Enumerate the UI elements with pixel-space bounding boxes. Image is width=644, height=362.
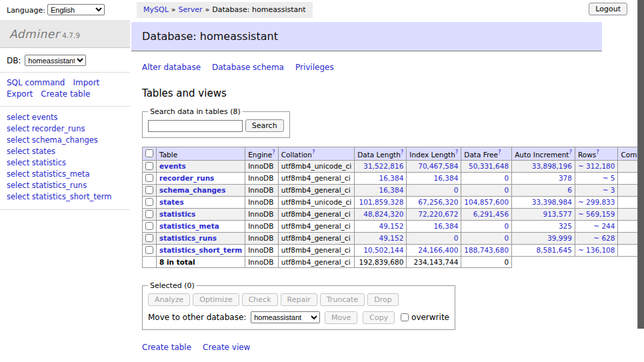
data-free-link[interactable]: 188,743,680 [464, 246, 509, 254]
row-checkbox[interactable] [145, 234, 153, 242]
search-input[interactable] [148, 120, 243, 132]
sidebar-select-table-link[interactable]: select statistics [7, 157, 123, 169]
table-name-link[interactable]: statistics_meta [159, 222, 219, 230]
sidebar-select-table-link[interactable]: select schema_changes [7, 135, 123, 146]
index-length-link[interactable]: 24,166,400 [418, 246, 458, 254]
data-free-link[interactable]: 0 [504, 234, 509, 242]
column-help-link[interactable]: ? [455, 149, 459, 155]
index-length-link[interactable]: 16,384 [434, 222, 459, 230]
move-button[interactable]: Move [325, 311, 358, 324]
auto-increment-link[interactable]: 39,999 [547, 234, 572, 242]
data-length-link[interactable]: 49,152 [379, 222, 404, 230]
table-name-link[interactable]: states [159, 198, 184, 206]
sidebar-select-table-link[interactable]: select events [7, 112, 123, 123]
table-name-link[interactable]: events [159, 162, 186, 170]
data-length-link[interactable]: 16,384 [379, 186, 404, 194]
selected-action-button[interactable]: Drop [367, 293, 398, 306]
sidebar-select-table-link[interactable]: select recorder_runs [7, 123, 123, 135]
database-action-link[interactable]: Alter database [142, 63, 201, 72]
db-select[interactable]: homeassistant [25, 55, 86, 66]
row-checkbox[interactable] [145, 222, 153, 230]
column-help-link[interactable]: ? [272, 149, 275, 155]
sidebar-link[interactable]: Export [7, 89, 33, 100]
data-free-link[interactable]: 0 [504, 186, 509, 194]
rows-link[interactable]: ~ 569,159 [578, 210, 615, 218]
sidebar-link[interactable]: Create table [41, 89, 90, 100]
rows-link[interactable]: ~ 5 [603, 174, 615, 182]
scrollbar-thumb[interactable] [637, 0, 644, 329]
selected-action-button[interactable]: Optimize [193, 293, 239, 306]
select-all-checkbox[interactable] [145, 149, 153, 157]
row-checkbox[interactable] [145, 162, 153, 170]
breadcrumb-server-type-link[interactable]: MySQL [143, 5, 169, 14]
breadcrumb-server-link[interactable]: Server [179, 5, 203, 14]
rows-link[interactable]: ~ 628 [593, 234, 615, 242]
auto-increment-link[interactable]: 6 [567, 186, 572, 194]
database-action-link[interactable]: Privileges [295, 63, 334, 72]
column-help-link[interactable]: ? [312, 149, 315, 155]
data-free-link[interactable]: 104,857,600 [464, 198, 509, 206]
row-checkbox[interactable] [145, 186, 153, 194]
auto-increment-link[interactable]: 8,581,645 [536, 246, 571, 254]
row-checkbox[interactable] [145, 198, 153, 206]
data-length-link[interactable]: 16,384 [379, 174, 404, 182]
column-help-link[interactable]: ? [498, 149, 501, 155]
data-free-link[interactable]: 50,331,648 [469, 162, 509, 170]
database-action-link[interactable]: Database schema [212, 63, 284, 72]
column-help-link[interactable]: ? [569, 149, 572, 155]
index-length-link[interactable]: 0 [454, 234, 459, 242]
table-name-link[interactable]: statistics_runs [159, 234, 217, 242]
table-name-link[interactable]: statistics [159, 210, 195, 218]
data-length-link[interactable]: 49,152 [379, 234, 404, 242]
data-length-link[interactable]: 10,502,144 [363, 246, 403, 254]
selected-action-button[interactable]: Repair [281, 293, 317, 306]
data-length-link[interactable]: 48,824,320 [363, 210, 403, 218]
sidebar-select-table-link[interactable]: select states [7, 146, 123, 157]
selected-action-button[interactable]: Analyze [148, 293, 190, 306]
rows-link[interactable]: ~ 3 [603, 186, 615, 194]
sidebar-link[interactable]: Import [73, 77, 99, 89]
index-length-link[interactable]: 72,220,672 [418, 210, 458, 218]
copy-button[interactable]: Copy [363, 311, 395, 324]
search-button[interactable]: Search [245, 119, 284, 132]
row-checkbox[interactable] [145, 174, 153, 182]
rows-link[interactable]: ~ 136,108 [578, 246, 615, 254]
index-length-link[interactable]: 16,384 [434, 174, 459, 182]
sidebar-select-table-link[interactable]: select statistics_meta [7, 169, 123, 180]
language-select[interactable]: English [47, 4, 105, 15]
overwrite-label[interactable]: overwrite [411, 313, 449, 322]
row-checkbox[interactable] [145, 210, 153, 218]
selected-action-button[interactable]: Truncate [320, 293, 365, 306]
data-length-link[interactable]: 101,859,328 [359, 198, 404, 206]
column-help-link[interactable]: ? [596, 149, 599, 155]
data-length-link[interactable]: 31,522,816 [363, 162, 403, 170]
auto-increment-link[interactable]: 325 [559, 222, 572, 230]
sidebar-select-table-link[interactable]: select statistics_runs [7, 180, 123, 191]
table-name-link[interactable]: recorder_runs [159, 174, 214, 182]
index-length-link[interactable]: 70,467,584 [418, 162, 458, 170]
rows-link[interactable]: ~ 312,180 [578, 162, 615, 170]
data-free-link[interactable]: 6,291,456 [473, 210, 509, 218]
create-link[interactable]: Create view [203, 343, 250, 352]
data-free-link[interactable]: 0 [504, 222, 509, 230]
column-help-link[interactable]: ? [401, 149, 404, 155]
table-name-link[interactable]: statistics_short_term [159, 246, 242, 254]
rows-link[interactable]: ~ 299,833 [578, 198, 615, 206]
index-length-link[interactable]: 0 [454, 186, 459, 194]
move-database-select[interactable]: homeassistant [251, 311, 320, 323]
table-name-link[interactable]: schema_changes [159, 186, 226, 194]
overwrite-checkbox[interactable] [401, 313, 409, 321]
auto-increment-link[interactable]: 33,898,196 [532, 162, 572, 170]
logout-button[interactable]: Logout [589, 3, 627, 15]
sidebar-select-table-link[interactable]: select statistics_short_term [7, 191, 123, 203]
auto-increment-link[interactable]: 33,398,984 [532, 198, 572, 206]
index-length-link[interactable]: 67,256,320 [418, 198, 458, 206]
data-free-link[interactable]: 0 [504, 174, 509, 182]
sidebar-link[interactable]: SQL command [7, 77, 65, 89]
selected-action-button[interactable]: Check [242, 293, 278, 306]
auto-increment-link[interactable]: 378 [559, 174, 572, 182]
row-checkbox[interactable] [145, 246, 153, 254]
rows-link[interactable]: ~ 244 [593, 222, 615, 230]
auto-increment-link[interactable]: 913,577 [543, 210, 572, 218]
create-link[interactable]: Create table [142, 343, 191, 352]
